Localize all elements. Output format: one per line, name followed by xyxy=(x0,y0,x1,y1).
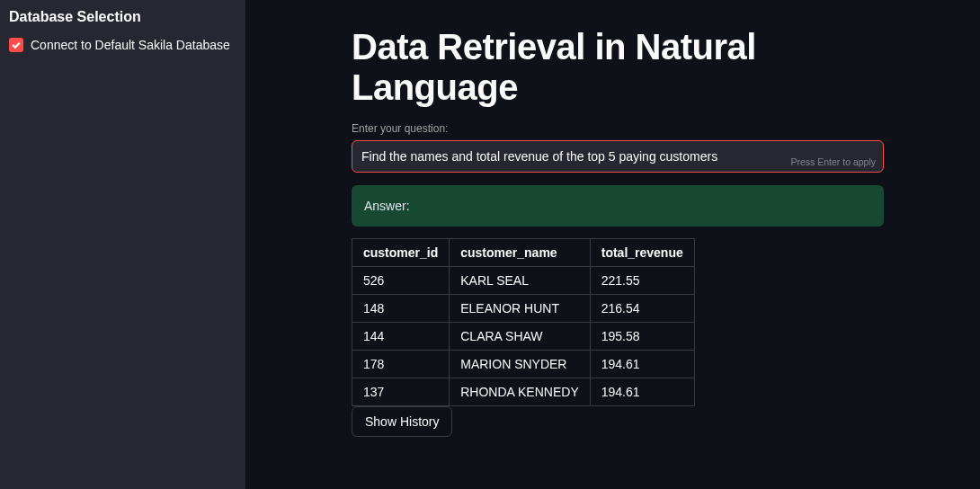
checkbox-checked-icon xyxy=(9,38,23,52)
cell-total-revenue: 221.55 xyxy=(590,267,694,295)
table-row: 148ELEANOR HUNT216.54 xyxy=(352,295,695,323)
cell-customer-name: KARL SEAL xyxy=(450,267,590,295)
cell-customer-id: 178 xyxy=(352,351,450,378)
cell-total-revenue: 194.61 xyxy=(590,378,694,406)
cell-total-revenue: 216.54 xyxy=(590,295,694,323)
table-row: 137RHONDA KENNEDY194.61 xyxy=(352,378,695,406)
cell-customer-id: 526 xyxy=(352,267,450,295)
cell-customer-name: RHONDA KENNEDY xyxy=(450,378,590,406)
connect-default-db-checkbox[interactable]: Connect to Default Sakila Database xyxy=(9,38,236,52)
page-title: Data Retrieval in Natural Language xyxy=(352,27,926,108)
table-header-row: customer_id customer_name total_revenue xyxy=(352,239,695,267)
table-row: 526KARL SEAL221.55 xyxy=(352,267,695,295)
table-row: 178MARION SNYDER194.61 xyxy=(352,351,695,378)
sidebar-title: Database Selection xyxy=(9,9,236,25)
sidebar: Database Selection Connect to Default Sa… xyxy=(0,0,245,489)
table-row: 144CLARA SHAW195.58 xyxy=(352,323,695,351)
question-input-wrapper: Press Enter to apply xyxy=(352,140,884,173)
cell-customer-name: ELEANOR HUNT xyxy=(450,295,590,323)
results-table: customer_id customer_name total_revenue … xyxy=(352,238,695,406)
col-total-revenue: total_revenue xyxy=(590,239,694,267)
answer-label: Answer: xyxy=(364,199,871,213)
cell-customer-name: MARION SNYDER xyxy=(450,351,590,378)
show-history-button[interactable]: Show History xyxy=(352,406,452,437)
cell-total-revenue: 195.58 xyxy=(590,323,694,351)
cell-customer-id: 144 xyxy=(352,323,450,351)
cell-customer-id: 137 xyxy=(352,378,450,406)
question-input-label: Enter your question: xyxy=(352,122,926,135)
col-customer-id: customer_id xyxy=(352,239,450,267)
col-customer-name: customer_name xyxy=(450,239,590,267)
results-table-wrapper: customer_id customer_name total_revenue … xyxy=(352,238,695,437)
answer-box: Answer: xyxy=(352,185,884,227)
main-content: Data Retrieval in Natural Language Enter… xyxy=(245,0,980,489)
cell-customer-id: 148 xyxy=(352,295,450,323)
cell-total-revenue: 194.61 xyxy=(590,351,694,378)
checkbox-label: Connect to Default Sakila Database xyxy=(31,38,230,52)
cell-customer-name: CLARA SHAW xyxy=(450,323,590,351)
input-hint: Press Enter to apply xyxy=(790,156,876,167)
